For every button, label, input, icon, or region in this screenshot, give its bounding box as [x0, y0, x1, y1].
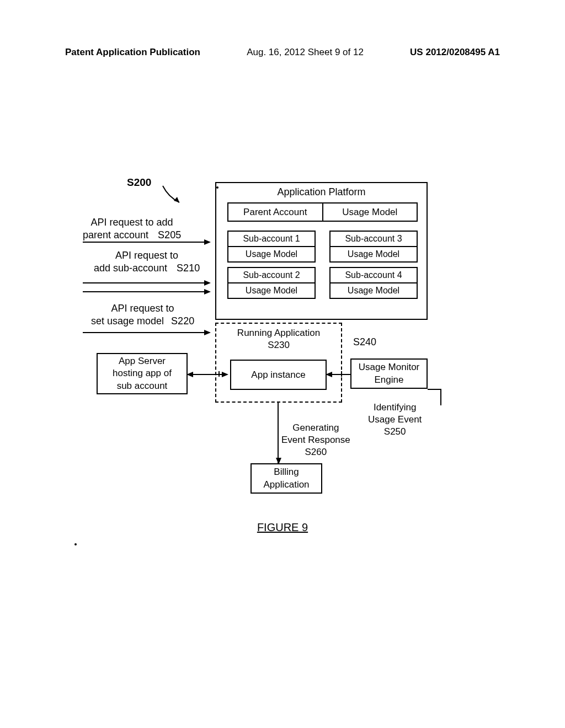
identifying-l1: Identifying	[368, 402, 422, 414]
tick-icon	[341, 371, 342, 377]
billing-l2: Application	[263, 479, 309, 491]
app-server-l1: App Server	[113, 355, 172, 367]
arrow-icon	[83, 332, 210, 333]
generating-l2: Event Response	[281, 434, 350, 446]
api-req-2-line2: add sub-account	[94, 263, 167, 274]
sub3-label: Sub-account 3	[331, 232, 417, 247]
api-request-set-usage: API request to set usage model S220	[91, 302, 194, 328]
header-left: Patent Application Publication	[65, 47, 200, 58]
identifying-usage-event-label: Identifying Usage Event S250	[368, 402, 422, 438]
sub-account-3-box: Sub-account 3 Usage Model	[329, 231, 418, 263]
running-application-box: Running Application S230 App instance	[215, 323, 342, 403]
s210-label: S210	[177, 263, 200, 274]
parent-account-label: Parent Account	[228, 204, 323, 221]
api-req-2-line1: API request to	[94, 249, 200, 262]
s230-label: S230	[216, 339, 341, 351]
api-req-1-line2: parent account	[83, 229, 148, 240]
connector-line	[440, 389, 441, 405]
arrow-down-icon	[278, 403, 279, 463]
diagram: S200 API request to add parent account S…	[77, 171, 497, 518]
s200-label: S200	[127, 176, 151, 189]
application-platform-box: Application Platform Parent Account Usag…	[215, 182, 428, 320]
usage-model-label: Usage Model	[331, 247, 417, 261]
s260-label: S260	[281, 446, 350, 458]
s220-label: S220	[171, 315, 194, 326]
generating-l1: Generating	[281, 422, 350, 434]
s250-label: S250	[368, 426, 422, 438]
generating-event-response-label: Generating Event Response S260	[281, 422, 350, 458]
sub-account-2-box: Sub-account 2 Usage Model	[227, 267, 316, 299]
arrow-icon	[83, 282, 210, 283]
sub1-label: Sub-account 1	[228, 232, 315, 247]
app-server-box: App Server hosting app of sub account	[97, 353, 188, 394]
billing-l1: Billing	[263, 466, 309, 478]
sub-col-right: Sub-account 3 Usage Model Sub-account 4 …	[329, 231, 418, 303]
s205-label: S205	[158, 229, 181, 240]
usage-model-label: Usage Model	[228, 247, 315, 261]
app-server-l2: hosting app of	[113, 367, 172, 379]
api-request-add-sub: API request to add sub-account S210	[94, 249, 200, 275]
bidirectional-arrow-icon	[188, 374, 227, 375]
connector-line	[428, 389, 441, 390]
running-app-title: Running Application S230	[216, 327, 341, 351]
app-instance-label: App instance	[251, 370, 305, 381]
usage-model-label: Usage Model	[228, 283, 315, 298]
s200-arrow-icon	[160, 183, 188, 213]
header-center: Aug. 16, 2012 Sheet 9 of 12	[247, 47, 364, 58]
s240-label: S240	[353, 336, 376, 348]
sub2-label: Sub-account 2	[228, 268, 315, 283]
running-app-l1: Running Application	[216, 327, 341, 339]
header-right: US 2012/0208495 A1	[410, 47, 500, 58]
sub-col-left: Sub-account 1 Usage Model Sub-account 2 …	[227, 231, 316, 303]
tick-icon	[218, 371, 220, 377]
dot	[74, 543, 77, 545]
usage-monitor-l1: Usage Monitor	[359, 361, 420, 373]
app-instance-box: App instance	[230, 360, 327, 390]
api-req-3-line1: API request to	[91, 302, 194, 315]
arrow-icon	[83, 291, 210, 292]
parent-account-box: Parent Account Usage Model	[227, 202, 418, 222]
figure-label: FIGURE 9	[0, 521, 565, 534]
api-req-1-line1: API request to add	[83, 216, 181, 229]
page-header: Patent Application Publication Aug. 16, …	[0, 47, 565, 58]
usage-monitor-box: Usage Monitor Engine	[350, 358, 428, 389]
usage-monitor-l2: Engine	[359, 374, 420, 386]
identifying-l2: Usage Event	[368, 414, 422, 426]
api-request-add-parent: API request to add parent account S205	[83, 216, 181, 242]
billing-application-box: Billing Application	[250, 463, 322, 494]
usage-model-label: Usage Model	[323, 204, 417, 221]
platform-title: Application Platform	[216, 186, 427, 198]
sub4-label: Sub-account 4	[331, 268, 417, 283]
api-req-3-line2: set usage model	[91, 315, 164, 326]
app-server-l3: sub account	[113, 380, 172, 392]
sub-account-1-box: Sub-account 1 Usage Model	[227, 231, 316, 263]
usage-model-label: Usage Model	[331, 283, 417, 298]
arrow-icon	[83, 242, 210, 243]
arrow-icon	[327, 374, 350, 375]
sub-account-4-box: Sub-account 4 Usage Model	[329, 267, 418, 299]
sub-accounts: Sub-account 1 Usage Model Sub-account 2 …	[227, 231, 418, 303]
